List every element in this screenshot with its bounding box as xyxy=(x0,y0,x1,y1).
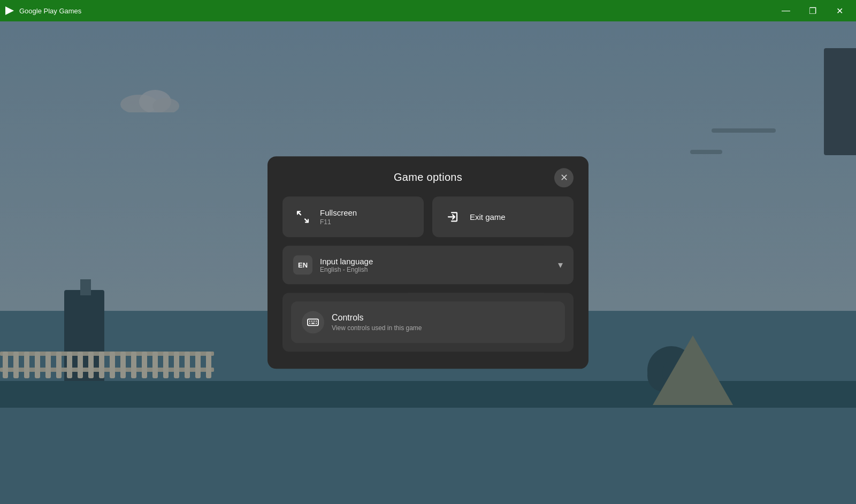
app-icon xyxy=(4,5,15,16)
app-title: Google Play Games xyxy=(19,7,81,15)
modal-header: Game options ✕ xyxy=(282,171,574,184)
modal-close-button[interactable]: ✕ xyxy=(554,168,574,187)
titlebar-controls: — ❐ ✕ xyxy=(774,0,852,21)
top-buttons-row: Fullscreen F11 Exit game xyxy=(282,196,574,237)
fullscreen-shortcut: F11 xyxy=(320,218,357,226)
svg-rect-35 xyxy=(316,320,317,322)
controls-button[interactable]: Controls View controls used in this game xyxy=(291,301,565,343)
svg-rect-36 xyxy=(309,323,310,324)
svg-rect-34 xyxy=(314,320,315,322)
close-button[interactable]: ✕ xyxy=(827,0,852,21)
svg-rect-33 xyxy=(311,320,312,322)
titlebar-left: Google Play Games xyxy=(4,5,81,16)
maximize-button[interactable]: ❐ xyxy=(800,0,825,21)
exit-game-text-group: Exit game xyxy=(470,212,506,222)
controls-section: Controls View controls used in this game xyxy=(282,293,574,352)
titlebar: Google Play Games — ❐ ✕ xyxy=(0,0,856,21)
fullscreen-text-group: Fullscreen F11 xyxy=(320,208,357,226)
svg-marker-0 xyxy=(5,6,14,15)
language-value: English - English xyxy=(320,266,551,273)
svg-rect-32 xyxy=(309,320,310,322)
svg-rect-38 xyxy=(316,323,317,324)
chevron-down-icon: ▾ xyxy=(558,259,563,271)
language-label: Input language xyxy=(320,257,551,266)
minimize-button[interactable]: — xyxy=(774,0,798,21)
modal-title: Game options xyxy=(394,171,462,184)
exit-game-label: Exit game xyxy=(470,212,506,222)
controls-label: Controls xyxy=(332,313,422,323)
fullscreen-button[interactable]: Fullscreen F11 xyxy=(282,196,424,237)
game-options-modal: Game options ✕ Fullscreen F11 xyxy=(268,156,588,369)
language-badge: EN xyxy=(293,255,312,274)
exit-icon xyxy=(443,207,462,226)
fullscreen-icon xyxy=(293,207,312,226)
svg-rect-37 xyxy=(311,323,315,324)
input-language-dropdown[interactable]: EN Input language English - English ▾ xyxy=(282,246,574,284)
exit-game-button[interactable]: Exit game xyxy=(432,196,574,237)
fullscreen-label: Fullscreen xyxy=(320,208,357,217)
language-text-group: Input language English - English xyxy=(320,257,551,273)
controls-icon xyxy=(302,311,324,333)
controls-description: View controls used in this game xyxy=(332,324,422,332)
controls-text-group: Controls View controls used in this game xyxy=(332,313,422,332)
svg-rect-31 xyxy=(308,319,318,325)
